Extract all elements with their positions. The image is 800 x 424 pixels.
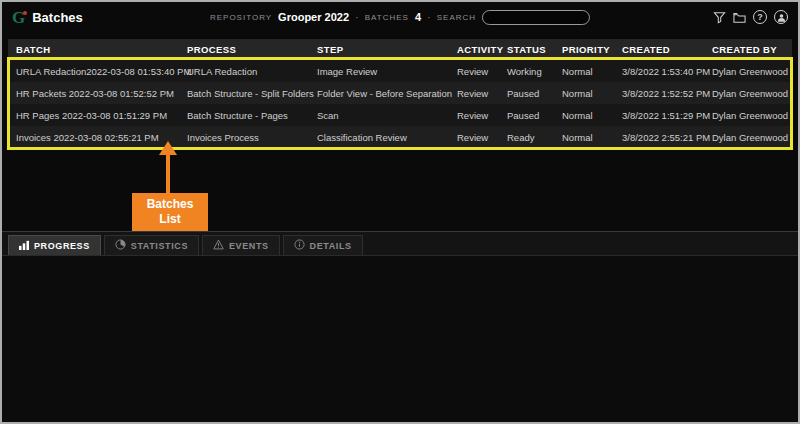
- tab-details[interactable]: DETAILS: [283, 235, 363, 255]
- cell-created-by: Dylan Greenwood: [712, 110, 792, 121]
- topbar-actions: ?: [713, 10, 788, 24]
- callout-text-line2: List: [134, 212, 206, 227]
- cell-activity: Review: [457, 66, 507, 77]
- callout-arrow: [166, 153, 170, 194]
- table-row[interactable]: Invoices 2022-03-08 02:55:21 PM Invoices…: [8, 126, 792, 148]
- batch-table-body: URLA Redaction2022-03-08 01:53:40 PM URL…: [8, 60, 792, 148]
- tab-bar: PROGRESS STATISTICS EVENTS DETAILS: [2, 232, 798, 256]
- warning-triangle-icon: [213, 239, 224, 252]
- help-icon[interactable]: ?: [753, 10, 767, 24]
- cell-process: Batch Structure - Pages: [187, 110, 317, 121]
- cell-created-by: Dylan Greenwood: [712, 66, 792, 77]
- grooper-window: G Batches REPOSITORY Grooper 2022 · BATC…: [0, 0, 800, 424]
- cell-step: Folder View - Before Separation: [317, 88, 457, 99]
- search-label: SEARCH: [437, 13, 476, 22]
- tab-statistics[interactable]: STATISTICS: [104, 235, 199, 255]
- cell-status: Working: [507, 66, 562, 77]
- cell-step: Classification Review: [317, 132, 457, 143]
- cell-status: Ready: [507, 132, 562, 143]
- cell-created: 3/8/2022 1:52:52 PM: [622, 88, 712, 99]
- table-row[interactable]: URLA Redaction2022-03-08 01:53:40 PM URL…: [8, 60, 792, 82]
- cell-created: 3/8/2022 2:55:21 PM: [622, 132, 712, 143]
- cell-process: Invoices Process: [187, 132, 317, 143]
- tab-events[interactable]: EVENTS: [202, 235, 280, 255]
- batch-folder-icon[interactable]: [733, 11, 746, 24]
- account-icon[interactable]: [774, 10, 788, 24]
- tab-label: PROGRESS: [34, 241, 90, 251]
- cell-priority: Normal: [562, 132, 622, 143]
- column-header-created-by: CREATED BY: [712, 44, 792, 55]
- bar-chart-icon: [19, 240, 29, 252]
- cell-step: Image Review: [317, 66, 457, 77]
- cell-created: 3/8/2022 1:53:40 PM: [622, 66, 712, 77]
- callout-batches-list: Batches List: [132, 193, 208, 231]
- column-header-priority: PRIORITY: [562, 44, 622, 55]
- column-header-status: STATUS: [507, 44, 562, 55]
- brand: G Batches: [12, 9, 83, 26]
- repository-bar: REPOSITORY Grooper 2022 · BATCHES 4 · SE…: [210, 10, 590, 25]
- tab-label: STATISTICS: [131, 241, 188, 251]
- cell-activity: Review: [457, 132, 507, 143]
- cell-batch: URLA Redaction2022-03-08 01:53:40 PM: [16, 66, 187, 77]
- topbar: G Batches REPOSITORY Grooper 2022 · BATC…: [2, 2, 798, 32]
- column-header-step: STEP: [317, 44, 457, 55]
- table-row[interactable]: HR Pages 2022-03-08 01:51:29 PM Batch St…: [8, 104, 792, 126]
- cell-priority: Normal: [562, 66, 622, 77]
- grooper-logo-icon: G: [12, 9, 25, 26]
- repository-label: REPOSITORY: [210, 13, 272, 22]
- column-header-created: CREATED: [622, 44, 712, 55]
- column-header-batch: BATCH: [16, 44, 187, 55]
- cell-activity: Review: [457, 88, 507, 99]
- table-row[interactable]: HR Packets 2022-03-08 01:52:52 PM Batch …: [8, 82, 792, 104]
- column-header-process: PROCESS: [187, 44, 317, 55]
- cell-batch: HR Packets 2022-03-08 01:52:52 PM: [16, 88, 187, 99]
- cell-status: Paused: [507, 88, 562, 99]
- cell-batch: HR Pages 2022-03-08 01:51:29 PM: [16, 110, 187, 121]
- cell-activity: Review: [457, 110, 507, 121]
- separator-dot: ·: [427, 11, 431, 23]
- cell-priority: Normal: [562, 110, 622, 121]
- cell-created: 3/8/2022 1:51:29 PM: [622, 110, 712, 121]
- batches-count: 4: [415, 11, 421, 23]
- progress-panel-content: [2, 256, 798, 422]
- batch-table-header: BATCH PROCESS STEP ACTIVITY STATUS PRIOR…: [8, 39, 792, 60]
- cell-batch: Invoices 2022-03-08 02:55:21 PM: [16, 132, 187, 143]
- page-title: Batches: [32, 10, 83, 25]
- cell-priority: Normal: [562, 88, 622, 99]
- cell-status: Paused: [507, 110, 562, 121]
- bottom-panel: PROGRESS STATISTICS EVENTS DETAILS: [2, 231, 798, 422]
- info-circle-icon: [294, 239, 305, 252]
- cell-process: Batch Structure - Split Folders: [187, 88, 317, 99]
- pie-chart-icon: [115, 239, 126, 252]
- search-input[interactable]: [482, 10, 590, 25]
- cell-created-by: Dylan Greenwood: [712, 132, 792, 143]
- repository-value[interactable]: Grooper 2022: [278, 11, 349, 23]
- batches-label: BATCHES: [365, 13, 409, 22]
- cell-process: URLA Redaction: [187, 66, 317, 77]
- tab-progress[interactable]: PROGRESS: [8, 235, 101, 255]
- tab-label: EVENTS: [229, 241, 269, 251]
- filter-icon[interactable]: [713, 11, 726, 24]
- tab-label: DETAILS: [310, 241, 352, 251]
- column-header-activity: ACTIVITY: [457, 44, 507, 55]
- separator-dot: ·: [355, 11, 359, 23]
- cell-step: Scan: [317, 110, 457, 121]
- callout-text-line1: Batches: [134, 197, 206, 212]
- cell-created-by: Dylan Greenwood: [712, 88, 792, 99]
